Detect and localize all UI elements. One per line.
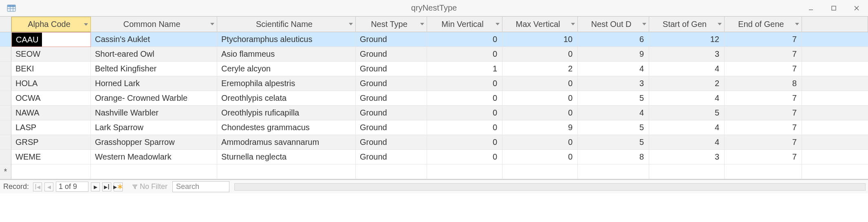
cell-nest-type[interactable]: Ground xyxy=(356,32,427,47)
record-position[interactable]: 1 of 9 xyxy=(56,182,88,192)
cell-nest-out-d[interactable]: 4 xyxy=(578,106,649,120)
cell-alpha-code[interactable]: BEKI xyxy=(11,62,91,76)
select-all-corner[interactable] xyxy=(0,17,11,32)
cell-min-vertical[interactable]: 0 xyxy=(427,32,502,47)
cell-max-vertical[interactable]: 2 xyxy=(502,62,578,76)
cell-end-of-gene[interactable]: 7 xyxy=(725,150,802,164)
col-header-nest-out-d[interactable]: Nest Out D xyxy=(578,17,649,32)
cell-scientific-name[interactable]: Ptychoramphus aleuticus xyxy=(217,32,356,47)
cell-min-vertical[interactable]: 0 xyxy=(427,106,502,120)
cell-start-of-gen[interactable]: 4 xyxy=(649,91,725,106)
prev-record-button[interactable]: ◂ xyxy=(44,182,53,191)
cell-scientific-name[interactable]: Ceryle alcyon xyxy=(217,62,356,76)
cell-min-vertical[interactable]: 0 xyxy=(427,150,502,164)
new-cell[interactable] xyxy=(91,164,217,179)
cell-nest-out-d[interactable]: 6 xyxy=(578,32,649,47)
active-edit-value[interactable]: CAAU xyxy=(12,33,42,47)
cell-common-name[interactable]: Western Meadowlark xyxy=(91,150,217,164)
cell-scientific-name[interactable]: Ammodramus savannarum xyxy=(217,135,356,150)
cell-end-of-gene[interactable]: 7 xyxy=(725,120,802,135)
cell-scientific-name[interactable]: Eremophila alpestris xyxy=(217,76,356,91)
cell-nest-out-d[interactable]: 5 xyxy=(578,120,649,135)
row-selector[interactable] xyxy=(0,76,11,91)
cell-common-name[interactable]: Cassin's Auklet xyxy=(91,32,217,47)
table-row[interactable]: CAAUCassin's AukletPtychoramphus aleutic… xyxy=(0,32,868,47)
cell-alpha-code[interactable]: CAAU xyxy=(11,32,91,47)
cell-nest-out-d[interactable]: 3 xyxy=(578,76,649,91)
cell-start-of-gen[interactable]: 12 xyxy=(649,32,725,47)
cell-min-vertical[interactable]: 0 xyxy=(427,91,502,106)
cell-start-of-gen[interactable]: 5 xyxy=(649,106,725,120)
cell-alpha-code[interactable]: OCWA xyxy=(11,91,91,106)
cell-start-of-gen[interactable]: 3 xyxy=(649,150,725,164)
table-row[interactable]: LASPLark SparrowChondestes grammacusGrou… xyxy=(0,120,868,135)
row-selector[interactable] xyxy=(0,150,11,164)
col-header-nest-type[interactable]: Nest Type xyxy=(356,17,427,32)
cell-nest-out-d[interactable]: 8 xyxy=(578,150,649,164)
col-header-min-vertical[interactable]: Min Vertical xyxy=(427,17,502,32)
cell-start-of-gen[interactable]: 2 xyxy=(649,76,725,91)
cell-min-vertical[interactable]: 0 xyxy=(427,120,502,135)
row-selector[interactable] xyxy=(0,47,11,62)
cell-alpha-code[interactable]: GRSP xyxy=(11,135,91,150)
new-cell[interactable] xyxy=(578,164,649,179)
row-selector[interactable] xyxy=(0,120,11,135)
cell-alpha-code[interactable]: SEOW xyxy=(11,47,91,62)
table-row[interactable]: GRSPGrasshopper SparrowAmmodramus savann… xyxy=(0,135,868,150)
table-row[interactable]: HOLAHorned LarkEremophila alpestrisGroun… xyxy=(0,76,868,91)
cell-common-name[interactable]: Lark Sparrow xyxy=(91,120,217,135)
cell-scientific-name[interactable]: Asio flammeus xyxy=(217,47,356,62)
cell-common-name[interactable]: Horned Lark xyxy=(91,76,217,91)
cell-min-vertical[interactable]: 0 xyxy=(427,47,502,62)
cell-end-of-gene[interactable]: 8 xyxy=(725,76,802,91)
horizontal-scrollbar[interactable] xyxy=(234,183,866,191)
cell-common-name[interactable]: Belted Kingfisher xyxy=(91,62,217,76)
cell-alpha-code[interactable]: NAWA xyxy=(11,106,91,120)
cell-start-of-gen[interactable]: 3 xyxy=(649,47,725,62)
cell-max-vertical[interactable]: 0 xyxy=(502,47,578,62)
col-header-scientific-name[interactable]: Scientific Name xyxy=(217,17,356,32)
cell-common-name[interactable]: Orange- Crowned Warble xyxy=(91,91,217,106)
cell-nest-out-d[interactable]: 4 xyxy=(578,62,649,76)
cell-end-of-gene[interactable]: 7 xyxy=(725,62,802,76)
next-record-button[interactable]: ▸ xyxy=(91,182,100,191)
table-row[interactable]: WEMEWestern MeadowlarkSturnella neglecta… xyxy=(0,150,868,164)
first-record-button[interactable]: I◂ xyxy=(33,182,42,191)
col-header-alpha-code[interactable]: Alpha Code xyxy=(11,17,91,32)
cell-scientific-name[interactable]: Oreothlypis celata xyxy=(217,91,356,106)
cell-min-vertical[interactable]: 0 xyxy=(427,135,502,150)
cell-scientific-name[interactable]: Oreothlypis ruficapilla xyxy=(217,106,356,120)
cell-max-vertical[interactable]: 9 xyxy=(502,120,578,135)
cell-end-of-gene[interactable]: 7 xyxy=(725,135,802,150)
cell-nest-type[interactable]: Ground xyxy=(356,150,427,164)
cell-common-name[interactable]: Short-eared Owl xyxy=(91,47,217,62)
row-selector[interactable] xyxy=(0,62,11,76)
cell-nest-type[interactable]: Ground xyxy=(356,135,427,150)
table-row[interactable]: SEOWShort-eared OwlAsio flammeusGround00… xyxy=(0,47,868,62)
new-cell[interactable] xyxy=(11,164,91,179)
cell-max-vertical[interactable]: 0 xyxy=(502,135,578,150)
cell-nest-out-d[interactable]: 5 xyxy=(578,91,649,106)
close-button[interactable] xyxy=(845,0,868,16)
cell-end-of-gene[interactable]: 7 xyxy=(725,106,802,120)
cell-common-name[interactable]: Grasshopper Sparrow xyxy=(91,135,217,150)
cell-max-vertical[interactable]: 0 xyxy=(502,91,578,106)
new-cell[interactable] xyxy=(725,164,802,179)
no-filter-indicator[interactable]: No Filter xyxy=(132,182,167,191)
row-selector[interactable] xyxy=(0,135,11,150)
col-header-end-of-gene[interactable]: End of Gene xyxy=(725,17,802,32)
cell-common-name[interactable]: Nashville Warbler xyxy=(91,106,217,120)
cell-start-of-gen[interactable]: 4 xyxy=(649,120,725,135)
table-row[interactable]: NAWANashville WarblerOreothlypis ruficap… xyxy=(0,106,868,120)
cell-nest-out-d[interactable]: 9 xyxy=(578,47,649,62)
cell-nest-type[interactable]: Ground xyxy=(356,106,427,120)
cell-nest-type[interactable]: Ground xyxy=(356,47,427,62)
cell-alpha-code[interactable]: LASP xyxy=(11,120,91,135)
cell-max-vertical[interactable]: 10 xyxy=(502,32,578,47)
cell-nest-type[interactable]: Ground xyxy=(356,91,427,106)
cell-alpha-code[interactable]: HOLA xyxy=(11,76,91,91)
col-header-max-vertical[interactable]: Max Vertical xyxy=(502,17,578,32)
cell-alpha-code[interactable]: WEME xyxy=(11,150,91,164)
search-input[interactable]: Search xyxy=(172,181,229,192)
new-cell[interactable] xyxy=(502,164,578,179)
